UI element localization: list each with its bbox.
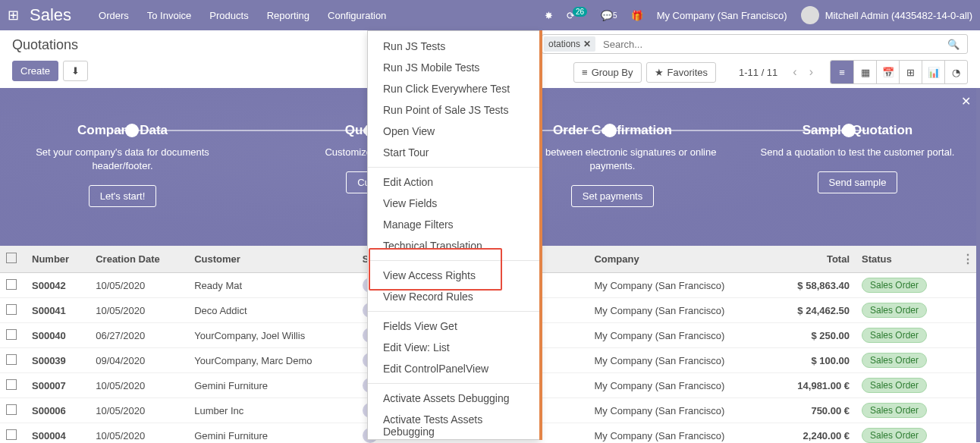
page-title: Quotations [12, 37, 154, 53]
favorites-button[interactable]: ★Favorites [646, 62, 716, 83]
scrollbar[interactable] [976, 88, 980, 442]
cell-number: S00039 [26, 348, 90, 373]
row-checkbox[interactable] [6, 429, 17, 440]
devmenu-item[interactable]: Edit View: List [368, 337, 539, 358]
devmenu-item[interactable]: Start Tour [368, 142, 539, 163]
devmenu-item[interactable]: View Record Rules [368, 286, 539, 307]
page-prev-icon[interactable]: ‹ [787, 65, 803, 79]
cell-status: Sales Order [856, 423, 956, 444]
company-switcher[interactable]: My Company (San Francisco) [657, 10, 787, 21]
devmenu-item[interactable]: Run Point of Sale JS Tests [368, 99, 539, 121]
avatar [801, 6, 819, 24]
row-checkbox[interactable] [6, 404, 17, 415]
list-icon: ≡ [582, 67, 588, 78]
devmenu-item[interactable]: Activate Assets Debugging [368, 388, 539, 409]
status-badge: Sales Order [862, 328, 927, 343]
row-checkbox[interactable] [6, 379, 17, 390]
cell-customer: Ready Mat [188, 273, 357, 298]
brand[interactable]: Sales [30, 5, 71, 25]
download-icon: ⬇ [71, 65, 80, 77]
cell-date: 06/27/2020 [90, 323, 188, 348]
search-facet[interactable]: otations ✕ [544, 36, 595, 52]
view-activity-icon[interactable]: ◔ [944, 61, 967, 83]
col-total[interactable]: Total [773, 246, 856, 273]
chat-icon[interactable]: 💬5 [601, 10, 617, 21]
search-bar[interactable]: otations ✕ 🔍 [542, 34, 968, 54]
cell-customer: Lumber Inc [188, 398, 357, 423]
devmenu-item[interactable]: Edit Action [368, 171, 539, 193]
columns-menu-icon[interactable]: ⋮ [962, 253, 974, 265]
status-badge: Sales Order [862, 303, 927, 318]
cell-date: 10/05/2020 [90, 398, 188, 423]
pager: 1-11 / 11 [739, 67, 777, 78]
devmenu-item[interactable]: Open View [368, 121, 539, 142]
menu-to-invoice[interactable]: To Invoice [147, 10, 192, 21]
cell-status: Sales Order [856, 298, 956, 323]
menu-orders[interactable]: Orders [99, 10, 129, 21]
create-button[interactable]: Create [12, 61, 58, 81]
devmenu-item[interactable]: View Fields [368, 193, 539, 214]
lets-start-button[interactable]: Let's start! [89, 185, 157, 207]
send-sample-button[interactable]: Send sample [818, 171, 898, 193]
remove-facet-icon[interactable]: ✕ [583, 39, 591, 49]
debug-icon[interactable]: ✸ [545, 10, 553, 21]
devmenu-item[interactable]: Activate Tests Assets Debugging [368, 409, 539, 442]
group-by-button[interactable]: ≡Group By [573, 62, 642, 83]
cell-company: My Company (San Francisco) [588, 298, 772, 323]
row-checkbox[interactable] [6, 329, 17, 340]
messages-icon[interactable]: ⟳26 [567, 10, 587, 21]
page-next-icon[interactable]: › [803, 65, 819, 79]
set-payments-button[interactable]: Set payments [571, 185, 655, 207]
col-creation-date[interactable]: Creation Date [90, 246, 188, 273]
view-pivot-icon[interactable]: ⊞ [899, 61, 922, 83]
cell-total: 14,981.00 € [773, 373, 856, 398]
devmenu-item[interactable]: Manage Filters [368, 214, 539, 235]
cell-number: S00007 [26, 373, 90, 398]
devmenu-item[interactable]: View Access Rights [368, 265, 539, 286]
view-calendar-icon[interactable]: 📅 [876, 61, 899, 83]
status-badge: Sales Order [862, 378, 927, 393]
devmenu-item[interactable]: Edit ControlPanelView [368, 358, 539, 379]
cell-status: Sales Order [856, 373, 956, 398]
row-checkbox[interactable] [6, 354, 17, 365]
cell-status: Sales Order [856, 398, 956, 423]
select-all-checkbox[interactable] [6, 253, 17, 263]
row-checkbox[interactable] [6, 279, 17, 290]
view-kanban-icon[interactable]: ▦ [853, 61, 876, 83]
import-button[interactable]: ⬇ [63, 61, 88, 81]
onboard-title: Company Data [10, 123, 235, 138]
menu-configuration[interactable]: Configuration [328, 10, 386, 21]
cell-total: $ 100.00 [773, 348, 856, 373]
devmenu-item[interactable]: Fields View Get [368, 316, 539, 337]
menu-separator [368, 383, 539, 384]
col-company[interactable]: Company [588, 246, 772, 273]
cell-total: $ 250.00 [773, 323, 856, 348]
view-graph-icon[interactable]: 📊 [922, 61, 944, 83]
cell-status: Sales Order [856, 323, 956, 348]
devmenu-item[interactable]: Run JS Tests [368, 36, 539, 57]
row-checkbox[interactable] [6, 304, 17, 315]
cell-date: 10/05/2020 [90, 273, 188, 298]
menu-products[interactable]: Products [209, 10, 248, 21]
devmenu-item[interactable]: Run Click Everywhere Test [368, 78, 539, 99]
onboard-desc: Send a quotation to test the customer po… [745, 146, 970, 159]
apps-icon[interactable]: ⊞ [8, 7, 19, 24]
gift-icon[interactable]: 🎁 [631, 10, 643, 21]
col-number[interactable]: Number [26, 246, 90, 273]
col-status[interactable]: Status [856, 246, 956, 273]
cell-company: My Company (San Francisco) [588, 398, 772, 423]
col-customer[interactable]: Customer [188, 246, 357, 273]
cell-company: My Company (San Francisco) [588, 273, 772, 298]
user-label: Mitchell Admin (4435482-14-0-all) [825, 10, 972, 21]
menu-reporting[interactable]: Reporting [267, 10, 309, 21]
view-list-icon[interactable]: ≡ [831, 61, 853, 83]
devmenu-item[interactable]: Run JS Mobile Tests [368, 57, 539, 78]
search-facet-label: otations [548, 39, 580, 49]
search-input[interactable] [597, 36, 940, 53]
search-icon[interactable]: 🔍 [940, 36, 967, 53]
devmenu-item[interactable]: Technical Translation [368, 235, 539, 256]
cell-number: S00041 [26, 298, 90, 323]
cell-date: 09/04/2020 [90, 348, 188, 373]
user-menu[interactable]: Mitchell Admin (4435482-14-0-all) [801, 6, 972, 24]
cell-number: S00042 [26, 273, 90, 298]
